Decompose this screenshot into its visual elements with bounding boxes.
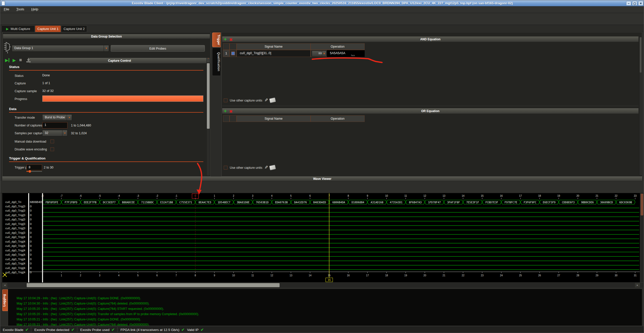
add-or-term-icon[interactable]: + bbox=[224, 109, 227, 113]
log-output[interactable]: May 17 10:04:29 - Info : (hw) : Link(257… bbox=[8, 289, 642, 326]
svg-text:23: 23 bbox=[481, 274, 484, 277]
signal-bit[interactable]: cu0_dg0_Trig[3 bbox=[5, 227, 28, 231]
eraser-icon[interactable] bbox=[269, 165, 276, 171]
tab-multi-capture[interactable]: ▶Multi Capture bbox=[2, 25, 35, 32]
svg-text:1D548EC7: 1D548EC7 bbox=[218, 201, 231, 204]
signal-bit[interactable]: cu0_dg0_Trig[4 bbox=[5, 249, 28, 253]
signal-bit[interactable]: cu0_dg0_Trig[3 bbox=[5, 222, 28, 226]
edit-probes-button[interactable]: Edit Probes bbox=[111, 45, 205, 52]
delete-or-term-icon[interactable]: ✖ bbox=[229, 109, 233, 114]
signal-bit[interactable]: cu0_dg0_Trig[4 bbox=[5, 236, 28, 240]
menu-file[interactable]: File bbox=[0, 6, 13, 11]
signal-bit[interactable]: cu0_dg0_Trig[4 bbox=[5, 271, 28, 275]
and-row-index: 1 bbox=[223, 50, 230, 57]
svg-text:8: 8 bbox=[348, 194, 349, 197]
eraser-icon[interactable] bbox=[269, 97, 276, 103]
log-line: May 17 10:05:20 - Info : (hw) : Link(257… bbox=[17, 307, 164, 311]
signal-bit[interactable]: cu0_dg0_Trig[3 bbox=[5, 214, 28, 218]
enable-checkbox[interactable] bbox=[231, 52, 235, 55]
svg-text:FBF8FDFE: FBF8FDFE bbox=[46, 201, 58, 204]
settings-scrollbar[interactable]: ⌃ bbox=[206, 57, 210, 176]
value-column-splitter[interactable] bbox=[42, 193, 43, 282]
svg-text:30: 30 bbox=[615, 274, 618, 277]
tab-capture-unit-2[interactable]: Capture Unit 2 bbox=[61, 25, 87, 32]
or-equation-title: OR Equation bbox=[421, 109, 440, 113]
cursor-crosshair-icon[interactable] bbox=[2, 272, 7, 278]
minimize-button[interactable]: – bbox=[626, 1, 631, 6]
trigger-panel: AND Equation + ✖ Signal Name Operation 1… bbox=[221, 32, 642, 177]
svg-text:A31AD168: A31AD168 bbox=[371, 201, 384, 204]
delete-term-icon[interactable]: ✖ bbox=[229, 38, 233, 42]
slider-handle[interactable] bbox=[28, 170, 31, 173]
signal-bus-value: 6806B4DA bbox=[30, 201, 43, 205]
signal-bit[interactable]: cu0_dg0_Trig[3 bbox=[5, 218, 28, 222]
waveform-area[interactable]: cu0_dg0_Tri6806B4DAcu0_dg0_Trig[30cu0_dg… bbox=[2, 193, 643, 287]
pencil-icon[interactable]: ✎ bbox=[264, 97, 268, 103]
manual-download-checkbox[interactable] bbox=[50, 140, 54, 143]
and-row-signal[interactable]: cu0_dg0_Trig[0][31..0] bbox=[237, 50, 311, 57]
title-bar[interactable]: Exostiv Blade Client - /prj/qct/sve/drag… bbox=[0, 0, 644, 6]
and-use-other-checkbox[interactable] bbox=[224, 98, 228, 102]
signal-bit[interactable]: cu0_dg0_Trig[4 bbox=[5, 258, 28, 262]
signal-bit[interactable]: cu0_dg0_Trig[4 bbox=[5, 244, 28, 248]
svg-text:1: 1 bbox=[61, 274, 62, 277]
trigger-position-slider[interactable] bbox=[26, 171, 42, 172]
operation-value-input[interactable]: 5A5A5A5A bbox=[327, 50, 365, 57]
run-all-icon[interactable]: ▶ bbox=[5, 58, 9, 63]
operation-select[interactable]: == ▾ bbox=[312, 51, 326, 56]
scroll-left-icon[interactable]: ◂ bbox=[2, 283, 7, 287]
disable-wave-checkbox[interactable] bbox=[50, 147, 54, 151]
signal-bit-value: 0 bbox=[30, 244, 43, 248]
maximize-button[interactable]: ▢ bbox=[632, 1, 637, 6]
signal-bit[interactable]: cu0_dg0_Trig[4 bbox=[5, 262, 28, 266]
data-group-select[interactable]: Data Group 1 ▾ bbox=[12, 45, 109, 52]
scroll-up-icon[interactable]: ⌃ bbox=[207, 58, 210, 62]
tab-qualification[interactable]: Qualification bbox=[212, 48, 221, 76]
svg-text:8EAAC7E3: 8EAAC7E3 bbox=[199, 201, 211, 204]
wave-hscrollbar[interactable]: ◂ ▸ bbox=[2, 282, 643, 287]
num-captures-input[interactable]: 1 bbox=[42, 122, 67, 128]
play-icon: ▶ bbox=[6, 27, 9, 31]
svg-text:-7: -7 bbox=[60, 194, 63, 197]
scroll-right-icon[interactable]: ▸ bbox=[635, 283, 640, 287]
stop-capture-icon[interactable]: ■ bbox=[19, 57, 22, 63]
and-col-operation: Operation bbox=[311, 43, 365, 50]
signal-bit[interactable]: cu0_dg0_Trig[3 bbox=[5, 209, 28, 213]
svg-text:-3: -3 bbox=[137, 194, 139, 197]
menu-help[interactable]: Help bbox=[28, 6, 42, 11]
add-term-icon[interactable]: + bbox=[224, 37, 227, 42]
and-row-enable-cell[interactable] bbox=[230, 50, 237, 57]
svg-text:29: 29 bbox=[595, 274, 598, 277]
svg-text:-4: -4 bbox=[118, 194, 120, 197]
svg-text:28: 28 bbox=[576, 274, 579, 277]
vscroll-thumb[interactable] bbox=[641, 194, 643, 215]
trigger-panel-scrollbar[interactable] bbox=[639, 37, 642, 176]
or-use-other-checkbox[interactable] bbox=[224, 166, 228, 170]
signal-bit[interactable]: cu0_dg0_Trig[4 bbox=[5, 240, 28, 244]
wave-vscrollbar[interactable] bbox=[640, 193, 643, 282]
menu-tools[interactable]: Tools bbox=[13, 6, 28, 11]
or-col-signal-name: Signal Name bbox=[237, 115, 311, 122]
close-button[interactable]: ✕ bbox=[638, 1, 643, 6]
tab-logging[interactable]: Logging bbox=[2, 289, 8, 311]
samples-per-capture-select[interactable]: 32 ▾ bbox=[42, 130, 67, 136]
signal-bit-value: 0 bbox=[30, 227, 43, 231]
download-data-icon[interactable] bbox=[26, 57, 31, 64]
signal-bit-value: 0 bbox=[30, 262, 43, 266]
progress-label: Progress bbox=[15, 97, 27, 101]
transfer-mode-select[interactable]: Burst to Probe ▾ bbox=[42, 114, 72, 121]
scrollbar-thumb[interactable] bbox=[207, 63, 210, 129]
tab-capture-unit-1[interactable]: Capture Unit 1 bbox=[35, 25, 61, 32]
signal-bit[interactable]: cu0_dg0_Trig[3 bbox=[5, 205, 28, 209]
hscroll-thumb[interactable] bbox=[27, 283, 280, 287]
svg-text:0: 0 bbox=[195, 194, 196, 197]
signal-bit[interactable]: cu0_dg0_Trig[3 bbox=[5, 231, 28, 235]
name-column-splitter[interactable] bbox=[28, 193, 29, 282]
signal-bus[interactable]: cu0_dg0_Tri bbox=[5, 201, 28, 205]
trigger-position-input[interactable]: 8 bbox=[26, 164, 42, 170]
tab-trigger[interactable]: Trigger bbox=[212, 32, 221, 47]
signal-bit[interactable]: cu0_dg0_Trig[4 bbox=[5, 253, 28, 257]
signal-bit[interactable]: cu0_dg0_Trig[4 bbox=[5, 267, 28, 271]
pencil-icon[interactable]: ✎ bbox=[264, 165, 268, 170]
run-capture-icon[interactable]: ▶ bbox=[13, 58, 16, 63]
